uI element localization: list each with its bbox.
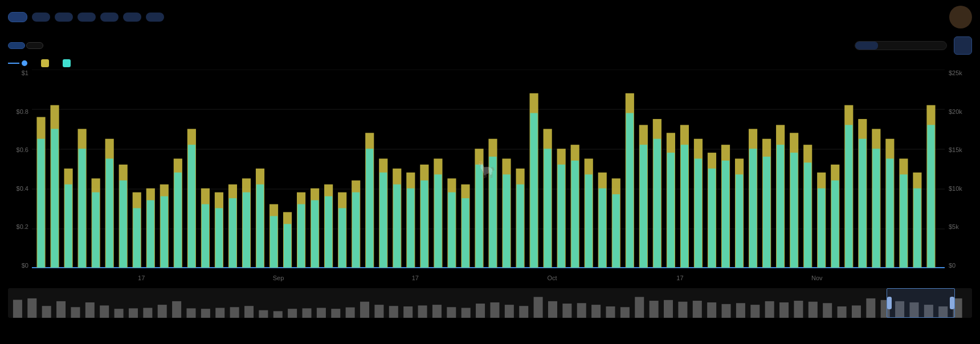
svg-rect-125 bbox=[845, 125, 852, 267]
svg-rect-143 bbox=[71, 307, 80, 318]
svg-rect-89 bbox=[599, 189, 606, 268]
svg-rect-85 bbox=[571, 161, 579, 268]
svg-rect-188 bbox=[722, 304, 731, 318]
svg-rect-69 bbox=[462, 198, 469, 268]
svg-rect-194 bbox=[808, 302, 818, 318]
svg-rect-109 bbox=[736, 174, 743, 267]
svg-rect-192 bbox=[779, 302, 789, 318]
timeframe-weekly[interactable] bbox=[878, 42, 901, 50]
svg-rect-152 bbox=[201, 309, 210, 318]
svg-rect-79 bbox=[530, 113, 538, 268]
code-button[interactable] bbox=[954, 36, 972, 55]
svg-rect-77 bbox=[516, 185, 524, 268]
svg-rect-185 bbox=[678, 302, 687, 318]
svg-rect-158 bbox=[288, 309, 297, 318]
svg-rect-170 bbox=[462, 308, 471, 318]
minimap-handle-left[interactable] bbox=[887, 297, 892, 309]
svg-rect-115 bbox=[777, 145, 784, 268]
svg-rect-105 bbox=[708, 169, 716, 268]
svg-rect-178 bbox=[577, 303, 586, 318]
nav-tvl[interactable] bbox=[8, 12, 27, 22]
svg-rect-67 bbox=[448, 193, 455, 268]
svg-rect-144 bbox=[85, 302, 95, 318]
svg-rect-33 bbox=[215, 208, 223, 267]
legend-fees bbox=[41, 59, 52, 67]
timeframe-daily[interactable] bbox=[855, 42, 878, 50]
currency-selector bbox=[8, 42, 43, 49]
svg-rect-142 bbox=[56, 301, 66, 318]
svg-rect-193 bbox=[794, 301, 803, 318]
svg-rect-176 bbox=[548, 301, 557, 318]
minimap-selection[interactable] bbox=[887, 288, 955, 318]
svg-rect-15 bbox=[92, 193, 100, 268]
svg-rect-145 bbox=[100, 305, 109, 318]
chart-container: $1 $0.8 $0.6 $0.4 $0.2 $0 $25k $20k $15k… bbox=[8, 69, 972, 286]
svg-rect-121 bbox=[818, 189, 825, 268]
svg-rect-99 bbox=[667, 153, 675, 268]
avatar[interactable] bbox=[949, 6, 972, 28]
nav-developers[interactable] bbox=[123, 13, 141, 22]
svg-rect-156 bbox=[259, 310, 268, 318]
y-right-0: $25k bbox=[949, 69, 962, 76]
y-left-1: $0.8 bbox=[17, 108, 28, 115]
svg-rect-129 bbox=[872, 149, 880, 268]
svg-rect-59 bbox=[393, 185, 401, 268]
svg-rect-17 bbox=[106, 159, 113, 268]
nav-bridge-volume[interactable] bbox=[32, 13, 50, 22]
svg-rect-119 bbox=[804, 162, 811, 267]
svg-rect-71 bbox=[475, 165, 483, 268]
x-label-oct: Oct bbox=[548, 275, 557, 281]
x-label-17c: 17 bbox=[676, 275, 683, 281]
svg-rect-101 bbox=[681, 145, 688, 268]
svg-rect-73 bbox=[489, 157, 496, 268]
currency-usd[interactable] bbox=[8, 42, 25, 49]
svg-rect-146 bbox=[115, 309, 124, 318]
svg-rect-53 bbox=[352, 193, 360, 268]
svg-rect-39 bbox=[256, 185, 264, 268]
x-label-17a: 17 bbox=[138, 275, 145, 281]
svg-rect-175 bbox=[534, 297, 543, 318]
nav-revenue[interactable] bbox=[77, 13, 96, 22]
legend-tvl bbox=[8, 60, 31, 66]
svg-rect-37 bbox=[243, 193, 250, 268]
svg-rect-186 bbox=[693, 301, 702, 318]
svg-rect-81 bbox=[544, 149, 552, 268]
svg-rect-155 bbox=[244, 306, 254, 318]
currency-eth[interactable] bbox=[26, 42, 43, 49]
timeframe-monthly[interactable] bbox=[901, 42, 924, 50]
y-left-2: $0.6 bbox=[17, 146, 28, 153]
chart-area: $1 $0.8 $0.6 $0.4 $0.2 $0 $25k $20k $15k… bbox=[0, 69, 980, 286]
svg-rect-97 bbox=[654, 139, 661, 268]
svg-rect-45 bbox=[297, 204, 305, 268]
timeframe-cumulative[interactable] bbox=[924, 42, 946, 50]
svg-rect-164 bbox=[374, 305, 383, 318]
y-right-5: $0 bbox=[949, 262, 956, 269]
svg-rect-25 bbox=[161, 196, 168, 268]
x-label-17b: 17 bbox=[412, 275, 419, 281]
svg-rect-75 bbox=[503, 174, 510, 267]
minimap-handle-right[interactable] bbox=[950, 297, 954, 309]
svg-rect-197 bbox=[852, 305, 861, 318]
y-left-4: $0.2 bbox=[17, 223, 28, 230]
svg-rect-167 bbox=[418, 305, 427, 318]
nav-developer-commits[interactable] bbox=[146, 13, 164, 22]
y-axis-right: $25k $20k $15k $10k $5k $0 bbox=[946, 69, 972, 269]
svg-rect-9 bbox=[51, 129, 58, 267]
y-right-4: $5k bbox=[949, 223, 959, 230]
svg-rect-159 bbox=[303, 308, 312, 318]
svg-rect-163 bbox=[360, 302, 369, 318]
minimap[interactable] bbox=[8, 288, 972, 318]
svg-rect-157 bbox=[273, 311, 283, 318]
nav-fees[interactable] bbox=[55, 13, 73, 22]
svg-rect-43 bbox=[284, 224, 291, 268]
y-left-0: $1 bbox=[22, 69, 28, 76]
svg-rect-27 bbox=[174, 173, 182, 268]
svg-rect-150 bbox=[172, 301, 181, 318]
top-nav bbox=[0, 0, 980, 34]
svg-rect-135 bbox=[913, 189, 921, 268]
svg-rect-149 bbox=[158, 305, 167, 318]
legend-revenue bbox=[63, 59, 74, 67]
nav-tweets[interactable] bbox=[100, 13, 119, 22]
svg-rect-95 bbox=[640, 145, 647, 268]
y-right-2: $15k bbox=[949, 146, 962, 153]
